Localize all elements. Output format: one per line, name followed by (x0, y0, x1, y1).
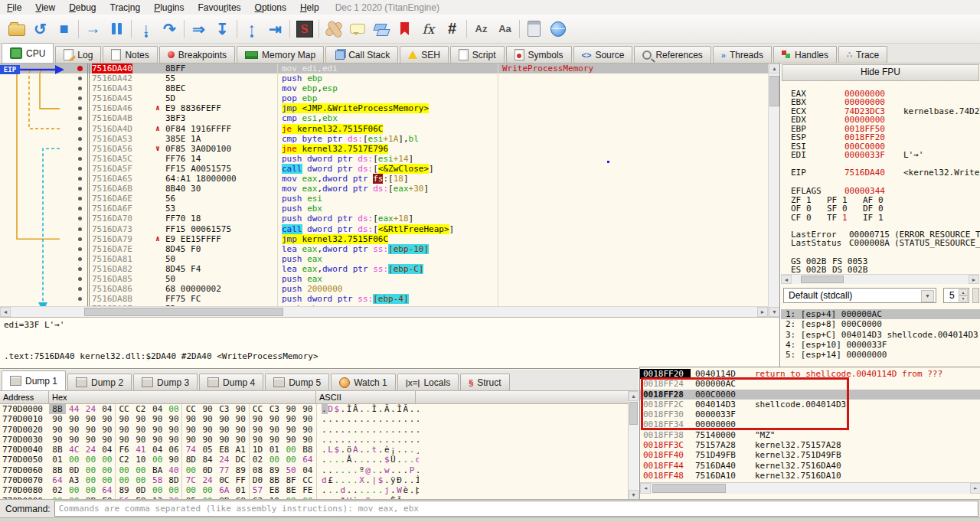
tab-symbols[interactable]: Symbols (506, 46, 572, 63)
disasm-row[interactable]: 7516DA4D∧0F84 1916FFFFje kernel32.7515F0… (0, 124, 768, 134)
dump-row[interactable]: 770D008002000064890D000000006A0157E88EFE… (0, 485, 628, 495)
case-icon[interactable]: Az (469, 18, 493, 41)
stack-row[interactable]: 0018FF487516DA10kernel32.7516DA10 (640, 471, 980, 481)
tab-source[interactable]: <>Source (573, 46, 633, 63)
scroll-thumb[interactable] (769, 76, 779, 106)
scroll-thumb[interactable] (629, 402, 638, 425)
breakpoint-dot-cell[interactable] (74, 254, 87, 264)
labels-icon[interactable] (369, 18, 393, 41)
scroll-right-icon[interactable]: ► (970, 483, 980, 494)
tab-notes[interactable]: Notes (103, 46, 157, 63)
breakpoint-dot-cell[interactable] (74, 184, 87, 194)
breakpoint-dot-cell[interactable] (74, 124, 87, 134)
internet-icon[interactable] (546, 18, 570, 41)
scroll-left-icon[interactable]: ◄ (0, 307, 11, 317)
disasm-row[interactable]: 7516DA438BECmov ebp,esp (0, 83, 768, 93)
tab-trace[interactable]: ∴Trace (838, 46, 887, 63)
tab-log[interactable]: Log (55, 46, 101, 63)
arg-row[interactable]: 1: [esp+4] 000000AC (781, 309, 980, 319)
stack-row[interactable]: 0018FF24000000AC (640, 379, 980, 389)
run-icon[interactable]: → (81, 18, 105, 41)
disasm-row[interactable]: 7516DA56∨0F85 3A0D0100jne kernel32.7517E… (0, 144, 768, 154)
breakpoint-dot-cell[interactable] (74, 144, 87, 154)
register-row-esi[interactable]: ESI000C0000 (781, 142, 980, 151)
registers-hscrollbar[interactable]: ◄► (781, 274, 979, 284)
bookmarks-icon[interactable] (393, 18, 416, 41)
scroll-up-icon[interactable]: ▲ (629, 391, 639, 401)
open-file-icon[interactable] (5, 18, 28, 41)
stop-icon[interactable]: ■ (52, 18, 76, 41)
combo-arrow-icon[interactable]: ▼ (921, 290, 934, 302)
dump-row[interactable]: 770D00608B0D00000000BA40000D778908895004… (0, 465, 628, 475)
disasm-hscrollbar[interactable]: ◄► (0, 306, 768, 317)
hide-fpu-button[interactable]: Hide FPU (782, 64, 979, 81)
stack-row[interactable]: 0018FF300000033F (640, 409, 980, 419)
scroll-up-icon[interactable]: ▲ (769, 64, 780, 73)
spinner-down-icon[interactable]: ▼ (959, 295, 968, 302)
dump-row[interactable]: 770D005001000000C21000908D8424DC02000064… (0, 455, 628, 465)
disasm-row[interactable]: 7516DA6564:A1 18000000mov eax,dword ptr … (0, 174, 768, 184)
calculator-icon[interactable] (522, 18, 546, 41)
scroll-thumb[interactable] (801, 276, 844, 283)
restart-icon[interactable]: ↺ (28, 18, 52, 41)
disasm-row[interactable]: 7516DA73FF15 00061575call dword ptr ds:[… (0, 224, 768, 234)
dump-row[interactable]: 770D003090909090909090909090909090909090… (0, 435, 628, 445)
dump-row[interactable]: 770D007064A300000000588D7C240CFFD08B8FCC… (0, 475, 628, 485)
functions-icon[interactable]: fx (416, 18, 440, 41)
stack-row[interactable]: 0018FF200040114Dreturn to shellcode.0040… (640, 369, 980, 379)
disasm-row[interactable]: 7516DA8150push eax (0, 254, 768, 264)
breakpoint-dot-cell[interactable] (74, 284, 87, 294)
dump-row[interactable]: 770D002090909090909090909090909090909090… (0, 425, 628, 435)
tab-breakpoints[interactable]: Breakpoints (159, 46, 235, 63)
flags-row[interactable]: CF 0TF 1IF 1 (781, 213, 980, 222)
menu-tracing[interactable]: Tracing (103, 2, 148, 14)
breakpoint-dot-cell[interactable] (74, 174, 87, 184)
scroll-thumb[interactable] (652, 484, 726, 493)
disasm-row[interactable]: 7516DA79∧E9 EE15FFFFjmp kernel32.7515F06… (0, 234, 768, 244)
step-into-icon[interactable]: ↓ (134, 18, 158, 41)
tab-dump-4[interactable]: Dump 4 (199, 374, 263, 390)
menu-file[interactable]: File (0, 2, 28, 14)
segment-row[interactable]: ES 002BDS 002B (781, 265, 980, 274)
tab-struct[interactable]: §Struct (460, 374, 509, 390)
disasm-row[interactable]: 7516DA4255push ebp (0, 73, 768, 83)
disasm-vscrollbar[interactable]: ▲▼ (768, 64, 780, 317)
tab-seh[interactable]: SEH (400, 46, 449, 63)
disasm-row[interactable]: 7516DA4B3BF3cmp esi,ebx (0, 113, 768, 123)
stack-row[interactable]: 0018FF2C004014D3shellcode.004014D3 (640, 400, 980, 409)
menu-favourites[interactable]: Favourites (191, 2, 248, 14)
scroll-thumb[interactable] (84, 308, 283, 316)
breakpoint-dot-cell[interactable] (74, 214, 87, 223)
dump-row[interactable]: 770D001090909090909090909090909090909090… (0, 414, 628, 424)
breakpoint-dot-cell[interactable] (74, 264, 87, 274)
register-row-eip[interactable]: EIP7516DA40<kernel32.WriteProcessMemory> (781, 168, 980, 177)
go-to-user-icon[interactable]: ⇥ (263, 18, 287, 41)
scroll-right-icon[interactable]: ► (969, 275, 979, 284)
dump-vscrollbar[interactable]: ▲▼ (628, 391, 639, 500)
arg-depth-spinner[interactable]: 5 ▲ ▼ (943, 288, 969, 303)
arg-row[interactable]: 5: [esp+14] 00000000 (781, 350, 980, 360)
register-row-ecx[interactable]: ECX74D23DC3kernelbase.74D23DC3 (781, 106, 980, 116)
breakpoint-dot-cell[interactable] (74, 294, 87, 304)
breakpoint-dot-cell[interactable] (74, 83, 87, 93)
breakpoint-dot-cell[interactable] (74, 93, 87, 103)
tab-threads[interactable]: »Threads (713, 46, 772, 63)
stack-row[interactable]: 0018FF3875140000"MZ" (640, 430, 980, 440)
menu-view[interactable]: View (28, 2, 62, 14)
status-row-laststatus[interactable]: LastStatusC000008A(STATUS_RESOURCE_TYPE_… (781, 238, 980, 247)
menu-options[interactable]: Options (248, 2, 293, 14)
tab-dump-3[interactable]: Dump 3 (133, 374, 198, 390)
breakpoint-dot-cell[interactable] (74, 134, 87, 144)
tab-dump-2[interactable]: Dump 2 (67, 374, 132, 390)
breakpoint-dot-cell[interactable] (74, 164, 87, 174)
breakpoint-dot-cell[interactable] (74, 204, 87, 214)
calling-convention-select[interactable]: Default (stdcall) ▼ (783, 288, 936, 303)
disasm-row[interactable]: 7516DA8BFF75 FCpush dword ptr ss:[ebp-4] (0, 294, 768, 304)
register-row-edx[interactable]: EDX00000000 (781, 115, 980, 124)
disasm-row[interactable]: 7516DA53385E 1Acmp byte ptr ds:[esi+1A],… (0, 134, 768, 144)
menu-debug[interactable]: Debug (62, 2, 103, 14)
dump-row[interactable]: 770D00408B4C2404F64104067405E8A11D0100B8… (0, 445, 628, 455)
comments-icon[interactable] (345, 18, 369, 41)
flags-row[interactable]: ZF 1PF 1AF 0 (781, 195, 980, 204)
run-to-user-code-icon[interactable]: ⇒ (187, 18, 211, 41)
